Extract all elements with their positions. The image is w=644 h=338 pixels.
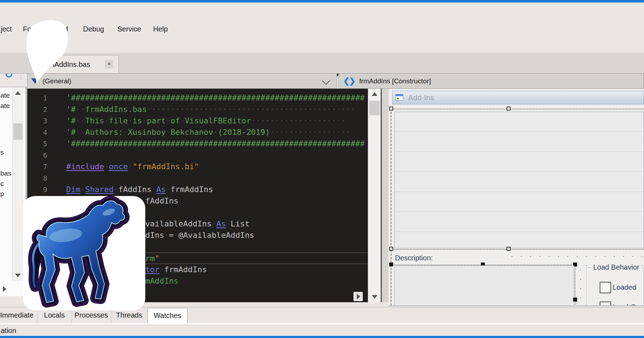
- code-line: 8: [27, 172, 368, 184]
- status-bar: ation: [0, 325, 644, 336]
- code-line: 9Dim·Shared·fAddIns·As·frmAddIns: [27, 184, 368, 195]
- selection-handle[interactable]: [389, 263, 393, 266]
- project-panel: ateatesbascp: [0, 87, 26, 296]
- selection-handle[interactable]: [507, 107, 511, 111]
- form-grid-dots: [576, 265, 585, 306]
- toolbar: ↻: [0, 33, 644, 53]
- code-line: 6: [27, 150, 368, 161]
- ide-window: jectFormildDebugServiceHelp ↻: [0, 0, 644, 338]
- chevron-right-icon: [357, 294, 360, 299]
- line-number: 3: [27, 115, 47, 127]
- project-item[interactable]: ate: [0, 102, 10, 110]
- description-label[interactable]: Description:: [395, 254, 433, 262]
- selection-handle[interactable]: [389, 247, 393, 251]
- editor-tab-bar: frmAddIns.bas ×: [0, 54, 644, 74]
- project-item[interactable]: ate: [0, 92, 10, 99]
- line-number: 8: [27, 172, 47, 184]
- project-item[interactable]: s: [0, 148, 4, 156]
- designed-form-titlebar[interactable]: Add-Ins: [392, 91, 644, 104]
- selection-handle[interactable]: [389, 107, 393, 111]
- splitter[interactable]: [382, 89, 389, 302]
- code-editor-scrollbar[interactable]: [368, 89, 381, 302]
- loaded-checkbox-label[interactable]: Loaded: [613, 283, 636, 292]
- status-text: ation: [1, 327, 16, 334]
- project-item[interactable]: bas: [0, 170, 11, 177]
- code-line: 3'#··This·file·is·part·of·VisualFBEditor…: [27, 115, 368, 127]
- project-item[interactable]: c: [0, 180, 4, 188]
- code-member-icon: ❮❯: [343, 77, 355, 86]
- form-icon: [395, 94, 403, 101]
- form-designer[interactable]: Add-Ins Description: Load Behavior Loade…: [389, 89, 644, 306]
- load-behavior-label: Load Behavior: [591, 263, 641, 271]
- code-line: 7#include·once·"frmAddIns.bi": [27, 161, 368, 172]
- menu-bar: jectFormildDebugServiceHelp: [0, 20, 644, 34]
- selection-handle[interactable]: [507, 247, 511, 251]
- chevron-down-icon[interactable]: [15, 274, 21, 277]
- chevron-up-icon[interactable]: [15, 91, 21, 95]
- hscroll-right-button[interactable]: [353, 292, 363, 301]
- menu-item-ject[interactable]: ject: [1, 25, 12, 33]
- chevron-down-icon[interactable]: [322, 77, 330, 85]
- code-line: 1'######################################…: [27, 92, 368, 104]
- line-number: 2: [27, 104, 47, 115]
- menu-item-service[interactable]: Service: [117, 25, 141, 33]
- description-textbox[interactable]: [394, 265, 574, 306]
- line-number: 9: [27, 184, 47, 195]
- code-line: 4'#··Authors:·Xusinboy·Bekchanov·(2018-2…: [27, 127, 368, 138]
- designer-bottom-edge: [389, 305, 644, 306]
- menu-item-help[interactable]: Help: [153, 25, 168, 33]
- chevron-up-icon[interactable]: [372, 92, 377, 96]
- menu-item-debug[interactable]: Debug: [83, 25, 104, 33]
- scrollbar-thumb[interactable]: [13, 123, 23, 140]
- chevron-right-icon[interactable]: [3, 286, 6, 292]
- line-number: 7: [27, 161, 47, 172]
- bottom-tab-watches[interactable]: Watches: [147, 308, 187, 323]
- code-line: 2'#··frmAddIns.bas······················…: [27, 104, 368, 115]
- selection-line: [391, 109, 644, 109]
- horse-image-overlay: [23, 196, 145, 310]
- project-panel-scrollbar[interactable]: [12, 88, 23, 281]
- window-top-edge: [0, 0, 644, 3]
- designed-form-title: Add-Ins: [408, 93, 434, 102]
- line-number: 1: [27, 92, 47, 104]
- loaded-checkbox[interactable]: [600, 282, 611, 293]
- white-blob-overlay: [20, 18, 77, 86]
- addins-listview[interactable]: [394, 112, 644, 248]
- project-item[interactable]: p: [0, 190, 4, 198]
- chevron-down-icon[interactable]: [372, 295, 377, 299]
- selection-line: [391, 249, 644, 250]
- code-line: 5'######################################…: [27, 138, 368, 150]
- line-number: 4: [27, 127, 47, 138]
- close-icon[interactable]: ×: [105, 60, 113, 69]
- selection-edge: [391, 108, 391, 305]
- member-dropdown[interactable]: ❮❯ frmAddIns [Constructor]: [338, 73, 644, 89]
- line-number: 5: [27, 138, 47, 150]
- scrollbar-thumb[interactable]: [369, 101, 380, 115]
- member-dropdown-value: frmAddIns [Constructor]: [359, 77, 431, 85]
- window-bottom-edge: [0, 335, 644, 338]
- line-number: 6: [27, 150, 47, 161]
